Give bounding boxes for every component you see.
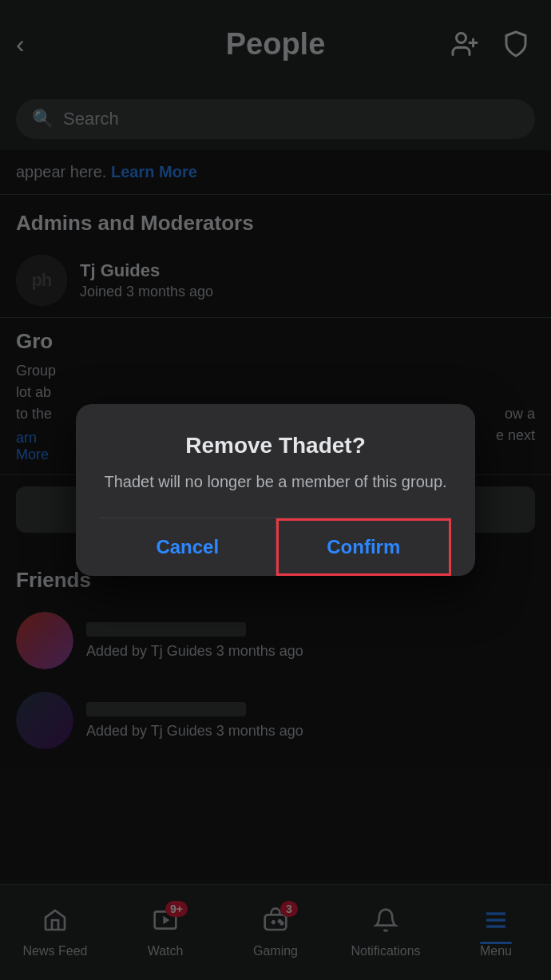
cancel-button[interactable]: Cancel (100, 518, 276, 576)
dialog-title: Remove Thadet? (100, 433, 451, 458)
dialog-body: Thadet will no longer be a member of thi… (100, 470, 451, 494)
confirm-button[interactable]: Confirm (276, 518, 452, 576)
dialog-buttons: Cancel Confirm (100, 518, 451, 576)
confirm-dialog: Remove Thadet? Thadet will no longer be … (76, 404, 475, 576)
modal-overlay: Remove Thadet? Thadet will no longer be … (0, 0, 551, 980)
